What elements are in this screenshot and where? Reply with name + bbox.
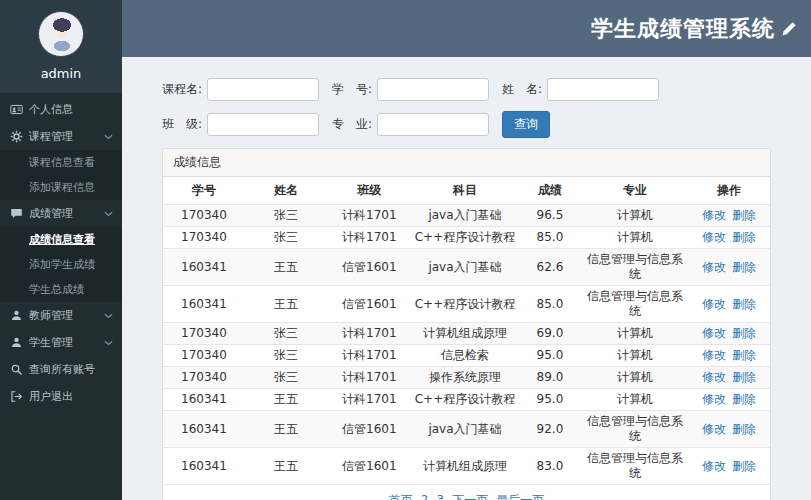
- course-name-input[interactable]: [207, 78, 319, 101]
- table-cell: 160341: [163, 389, 245, 411]
- edit-link[interactable]: 修改: [702, 459, 726, 473]
- sidebar-item-personal-info[interactable]: 个人信息: [0, 96, 122, 123]
- class-input[interactable]: [207, 113, 319, 136]
- student-id-label: 学 号:: [332, 81, 372, 98]
- delete-link[interactable]: 删除: [732, 459, 756, 473]
- table-cell: 计科1701: [327, 389, 412, 411]
- table-cell: 计科1701: [327, 345, 412, 367]
- table-cell: 计算机: [582, 367, 688, 389]
- name-input[interactable]: [547, 78, 659, 101]
- delete-link[interactable]: 删除: [732, 230, 756, 244]
- table-cell: 信管1601: [327, 411, 412, 448]
- pagination-link[interactable]: 首页: [389, 493, 413, 500]
- grades-table: 学号姓名班级科目成绩专业操作 170340张三计科1701java入门基础96.…: [163, 177, 770, 485]
- sidebar-menu: 个人信息课程管理课程信息查看添加课程信息成绩管理成绩信息查看添加学生成绩学生总成…: [0, 93, 122, 500]
- table-cell: 计算机: [582, 389, 688, 411]
- table-cell: java入门基础: [412, 205, 518, 227]
- table-cell: 170340: [163, 323, 245, 345]
- table-cell: 85.0: [518, 227, 582, 249]
- table-cell: 89.0: [518, 367, 582, 389]
- edit-link[interactable]: 修改: [702, 297, 726, 311]
- chevron-down-icon: [104, 313, 113, 319]
- delete-link[interactable]: 删除: [732, 392, 756, 406]
- edit-link[interactable]: 修改: [702, 260, 726, 274]
- table-cell-actions: 修改删除: [688, 411, 770, 448]
- delete-link[interactable]: 删除: [732, 326, 756, 340]
- main-content: 课程名: 学 号: 姓 名: 班 级: 专 业: 查询 成绩信息: [122, 57, 811, 500]
- edit-link[interactable]: 修改: [702, 392, 726, 406]
- table-cell: 计科1701: [327, 205, 412, 227]
- comment-icon: [9, 207, 23, 221]
- sidebar-subitem[interactable]: 课程信息查看: [0, 150, 122, 175]
- table-row: 160341王五信管1601计算机组成原理83.0信息管理与信息系统修改删除: [163, 448, 770, 485]
- sidebar-item-course-management[interactable]: 课程管理: [0, 123, 122, 150]
- header: 学生成绩管理系统: [122, 0, 811, 57]
- sidebar-subitem[interactable]: 学生总成绩: [0, 277, 122, 302]
- delete-link[interactable]: 删除: [732, 208, 756, 222]
- sidebar-item-teacher-management[interactable]: 教师管理: [0, 302, 122, 329]
- delete-link[interactable]: 删除: [732, 260, 756, 274]
- avatar: [38, 11, 84, 57]
- grades-table-body: 170340张三计科1701java入门基础96.5计算机修改删除170340张…: [163, 205, 770, 485]
- sidebar-item-label: 学生管理: [29, 335, 73, 350]
- panel-title: 成绩信息: [163, 149, 770, 177]
- delete-link[interactable]: 删除: [732, 370, 756, 384]
- edit-link[interactable]: 修改: [702, 326, 726, 340]
- sidebar-item-student-management[interactable]: 学生管理: [0, 329, 122, 356]
- delete-link[interactable]: 删除: [732, 297, 756, 311]
- sidebar-subitem[interactable]: 添加课程信息: [0, 175, 122, 200]
- search-form: 课程名: 学 号: 姓 名: 班 级: 专 业: 查询: [162, 78, 771, 138]
- delete-link[interactable]: 删除: [732, 422, 756, 436]
- student-id-input[interactable]: [377, 78, 489, 101]
- sidebar-subitem[interactable]: 添加学生成绩: [0, 252, 122, 277]
- table-cell: 王五: [245, 411, 327, 448]
- table-cell: 计算机组成原理: [412, 448, 518, 485]
- app-window: admin 个人信息课程管理课程信息查看添加课程信息成绩管理成绩信息查看添加学生…: [0, 0, 811, 500]
- table-cell: 计算机: [582, 345, 688, 367]
- edit-link[interactable]: 修改: [702, 370, 726, 384]
- pagination-link[interactable]: 最后一页: [496, 493, 544, 500]
- table-cell: 信息管理与信息系统: [582, 286, 688, 323]
- edit-link[interactable]: 修改: [702, 422, 726, 436]
- logout-icon: [9, 390, 23, 404]
- table-cell: 85.0: [518, 286, 582, 323]
- table-cell-actions: 修改删除: [688, 205, 770, 227]
- edit-link[interactable]: 修改: [702, 230, 726, 244]
- table-cell: 95.0: [518, 389, 582, 411]
- table-cell: 160341: [163, 411, 245, 448]
- sidebar-subitem[interactable]: 成绩信息查看: [0, 227, 122, 252]
- table-cell: 计科1701: [327, 323, 412, 345]
- table-cell-actions: 修改删除: [688, 345, 770, 367]
- pagination-link[interactable]: 2: [421, 493, 429, 500]
- table-cell-actions: 修改删除: [688, 249, 770, 286]
- sidebar-item-grade-management[interactable]: 成绩管理: [0, 200, 122, 227]
- pagination-link[interactable]: 3: [437, 493, 445, 500]
- grades-table-header-row: 学号姓名班级科目成绩专业操作: [163, 177, 770, 205]
- course-name-label: 课程名:: [162, 81, 202, 98]
- table-cell: 160341: [163, 448, 245, 485]
- major-input[interactable]: [377, 113, 489, 136]
- sidebar-item-label: 课程管理: [29, 129, 73, 144]
- table-row: 160341王五信管1601C++程序设计教程85.0信息管理与信息系统修改删除: [163, 286, 770, 323]
- column-header: 成绩: [518, 177, 582, 205]
- table-cell: 160341: [163, 249, 245, 286]
- sidebar-item-label: 查询所有账号: [29, 362, 95, 377]
- edit-link[interactable]: 修改: [702, 208, 726, 222]
- sidebar-item-label: 教师管理: [29, 308, 73, 323]
- table-cell: 170340: [163, 345, 245, 367]
- edit-link[interactable]: 修改: [702, 348, 726, 362]
- delete-link[interactable]: 删除: [732, 348, 756, 362]
- search-form-row-2: 班 级: 专 业: 查询: [162, 111, 771, 138]
- table-cell: 信息管理与信息系统: [582, 448, 688, 485]
- pagination-link[interactable]: 下一页: [452, 493, 488, 500]
- sidebar-item-logout[interactable]: 用户退出: [0, 383, 122, 410]
- page-title: 学生成绩管理系统: [591, 14, 775, 44]
- table-cell: 王五: [245, 249, 327, 286]
- table-cell: 计算机: [582, 323, 688, 345]
- query-button[interactable]: 查询: [502, 111, 550, 138]
- table-cell: 操作系统原理: [412, 367, 518, 389]
- sidebar-item-query-all-accounts[interactable]: 查询所有账号: [0, 356, 122, 383]
- column-header: 班级: [327, 177, 412, 205]
- sidebar-item-label: 成绩管理: [29, 206, 73, 221]
- table-cell: 170340: [163, 227, 245, 249]
